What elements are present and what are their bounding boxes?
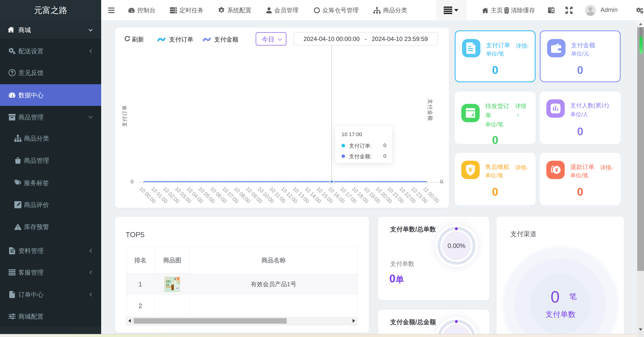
svg-text:¥: ¥: [555, 167, 558, 173]
svg-text:A: A: [552, 9, 554, 12]
svg-text:文: 文: [548, 8, 551, 11]
svg-text:¥: ¥: [469, 166, 472, 174]
